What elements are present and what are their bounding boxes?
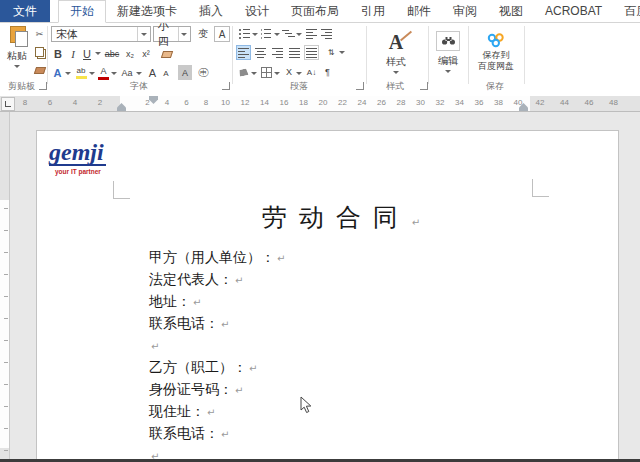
align-left-button[interactable] xyxy=(236,45,251,60)
tab-home[interactable]: 开始 xyxy=(58,0,106,23)
italic-button[interactable]: I xyxy=(67,46,79,61)
vertical-ruler[interactable] xyxy=(0,112,10,459)
text-effects-button[interactable]: A xyxy=(51,65,64,80)
character-shading-button[interactable]: A xyxy=(178,65,192,80)
paste-dropdown-arrow[interactable] xyxy=(14,65,20,68)
strikethrough-button[interactable]: abc xyxy=(103,46,121,61)
tab-review[interactable]: 审阅 xyxy=(442,0,488,22)
sort-button[interactable]: A↓ xyxy=(304,65,319,79)
superscript-button[interactable]: x² xyxy=(139,46,153,61)
tab-selector[interactable] xyxy=(1,97,15,111)
font-size-combo[interactable]: 小四 xyxy=(153,26,191,42)
paste-button[interactable]: 粘贴 xyxy=(4,26,30,74)
tab-file[interactable]: 文件 xyxy=(0,0,50,22)
document-line[interactable]: 联系电话：↵ xyxy=(149,423,539,445)
line-spacing-dropdown-arrow[interactable] xyxy=(339,51,345,54)
subscript-button[interactable]: x₂ xyxy=(123,46,137,61)
document-line[interactable]: 地址：↵ xyxy=(149,291,539,313)
ruler-number: 14 xyxy=(260,98,269,107)
decrease-indent-button[interactable] xyxy=(305,27,318,40)
increase-indent-button[interactable] xyxy=(320,27,333,40)
logo-text: gemji xyxy=(49,141,106,166)
tab-acrobat[interactable]: ACROBAT xyxy=(534,0,613,22)
line-spacing-button[interactable]: ⇅ xyxy=(324,45,338,60)
align-center-button[interactable] xyxy=(253,45,268,60)
editing-button[interactable]: 编辑 xyxy=(431,26,465,78)
vertical-ruler-tick xyxy=(4,208,8,209)
document-line[interactable]: 身份证号码：↵ xyxy=(149,379,539,401)
styles-dialog-launcher[interactable] xyxy=(420,82,428,90)
borders-button[interactable] xyxy=(260,65,273,79)
clear-formatting-button[interactable] xyxy=(160,48,174,60)
numbering-button[interactable] xyxy=(259,27,273,40)
document-body[interactable]: 甲方（用人单位）：↵法定代表人：↵地址：↵联系电话：↵↵乙方（职工）：↵身份证号… xyxy=(149,247,539,459)
asian-layout-button[interactable]: X xyxy=(283,65,295,79)
font-size-dropdown[interactable] xyxy=(178,27,190,41)
cut-button[interactable]: ✂ xyxy=(33,28,46,40)
underline-dropdown-arrow[interactable] xyxy=(95,52,101,55)
tab-insert[interactable]: 插入 xyxy=(188,0,234,22)
save-to-baidu-button[interactable]: 保存到 百度网盘 xyxy=(471,26,521,78)
tab-page-layout[interactable]: 页面布局 xyxy=(280,0,350,22)
bullets-dropdown-arrow[interactable] xyxy=(252,33,258,36)
document-line[interactable]: 甲方（用人单位）：↵ xyxy=(149,247,539,269)
asian-layout-dropdown-arrow[interactable] xyxy=(296,72,302,75)
document-line[interactable]: 法定代表人：↵ xyxy=(149,269,539,291)
align-right-button[interactable] xyxy=(270,45,285,60)
show-marks-button[interactable]: ¶ xyxy=(321,65,334,79)
paragraph-mark: ↵ xyxy=(249,363,257,374)
justify-button[interactable] xyxy=(287,45,302,60)
font-name-value: 宋体 xyxy=(56,27,78,42)
font-color-bar xyxy=(98,77,109,80)
grow-font-button[interactable]: A xyxy=(146,65,159,80)
highlight-dropdown-arrow[interactable] xyxy=(89,72,95,75)
tab-design[interactable]: 设计 xyxy=(234,0,280,22)
horizontal-ruler[interactable]: 8642246810121416182022242628303234363840… xyxy=(0,96,640,112)
format-painter-button[interactable] xyxy=(33,64,46,76)
character-border-button[interactable]: A xyxy=(214,26,230,42)
font-name-dropdown[interactable] xyxy=(137,27,150,41)
bullets-button[interactable] xyxy=(237,27,251,40)
tab-new-tab[interactable]: 新建选项卡 xyxy=(106,0,188,22)
clipboard-dialog-launcher[interactable] xyxy=(39,82,47,90)
phonetic-guide-button[interactable]: 变 xyxy=(194,26,212,42)
editing-dropdown-arrow[interactable] xyxy=(445,70,451,73)
tab-view[interactable]: 视图 xyxy=(488,0,534,22)
tab-references[interactable]: 引用 xyxy=(350,0,396,22)
font-dialog-launcher[interactable] xyxy=(222,82,230,90)
highlight-color-button[interactable]: ab xyxy=(74,65,88,80)
shading-dropdown-arrow[interactable] xyxy=(251,72,257,75)
bold-button[interactable]: B xyxy=(51,46,65,61)
numbering-dropdown-arrow[interactable] xyxy=(274,33,280,36)
document-line[interactable]: 现住址：↵ xyxy=(149,401,539,423)
underline-button[interactable]: U xyxy=(81,46,93,61)
enclose-characters-button[interactable]: ㊥ xyxy=(196,65,211,80)
font-name-combo[interactable]: 宋体 xyxy=(51,26,151,42)
vertical-ruler-tick xyxy=(4,384,8,385)
document-line[interactable]: 乙方（职工）：↵ xyxy=(149,357,539,379)
multilevel-list-button[interactable] xyxy=(281,27,295,40)
document-line[interactable]: ↵ xyxy=(149,445,539,459)
document-area[interactable]: gemji your IT partner 劳动合同↵ 甲方（用人单位）：↵法定… xyxy=(0,112,640,459)
font-color-button[interactable]: A xyxy=(97,65,110,80)
borders-dropdown-arrow[interactable] xyxy=(274,72,280,75)
tab-mailings[interactable]: 邮件 xyxy=(396,0,442,22)
copy-button[interactable] xyxy=(33,46,46,58)
font-color-dropdown-arrow[interactable] xyxy=(111,72,117,75)
tab-baidu-netdisk[interactable]: 百度网盘 xyxy=(613,0,640,22)
document-title[interactable]: 劳动合同↵ xyxy=(149,201,533,234)
shrink-font-button[interactable]: A xyxy=(160,67,172,80)
change-case-button[interactable]: Aa xyxy=(119,65,135,80)
styles-dropdown-arrow[interactable] xyxy=(393,71,399,74)
document-line[interactable]: ↵ xyxy=(149,335,539,357)
shading-button[interactable] xyxy=(237,65,250,79)
distribute-button[interactable] xyxy=(304,45,319,60)
page[interactable]: gemji your IT partner 劳动合同↵ 甲方（用人单位）：↵法定… xyxy=(36,130,619,459)
text-effects-dropdown-arrow[interactable] xyxy=(65,72,71,75)
ruler-number: 12 xyxy=(241,98,250,107)
styles-button[interactable]: A 样式 xyxy=(372,26,420,78)
change-case-dropdown-arrow[interactable] xyxy=(136,72,142,75)
document-line[interactable]: 联系电话：↵ xyxy=(149,313,539,335)
paragraph-dialog-launcher[interactable] xyxy=(356,82,364,90)
multilevel-dropdown-arrow[interactable] xyxy=(296,33,302,36)
